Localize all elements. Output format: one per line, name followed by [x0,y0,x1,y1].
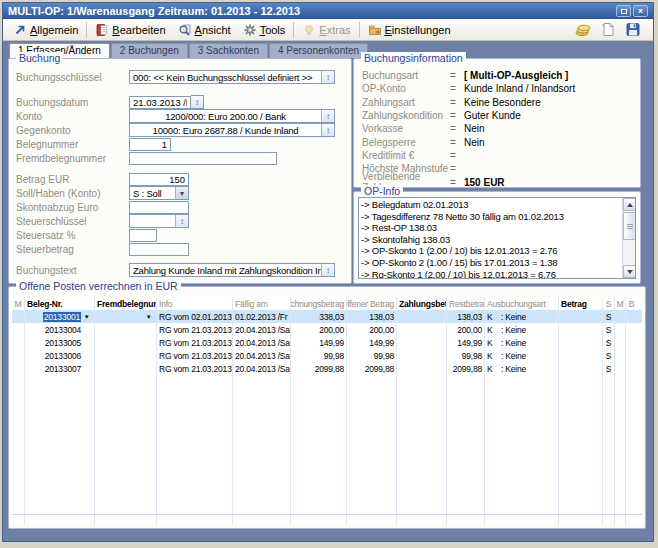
groupbox-title: Buchungsinformation [361,52,466,64]
groupbox-title: Offene Posten verrechnen in EUR [16,280,181,292]
zahlungsbetrag-cell[interactable] [397,349,447,362]
info-value: Keine Besondere [464,97,541,108]
column-header[interactable]: Betrag [559,297,603,310]
buchungstext-select[interactable]: Zahlung Kunde Inland mit Zahlungskonditi… [129,263,335,277]
updown-icon[interactable]: ↕ [321,110,334,122]
konto-select[interactable]: 1200/000: Euro 200.00 / Bank ↕ [129,109,335,123]
column-header[interactable]: Fremdbelegnummer [95,297,157,310]
menu-separator [86,22,87,38]
updown-icon[interactable]: ↕ [321,264,334,276]
menu-einstellungen[interactable]: Einstellungen [362,21,457,39]
table-row[interactable]: 20133001▼ ▼ RG vom 02.01.2013 01.02.2013… [12,310,642,323]
tab-personenkonten[interactable]: 4 Personenkonten [269,43,368,58]
column-header[interactable]: M [12,297,25,310]
op-info-textbox[interactable]: -> Belegdatum 02.01.2013 -> Tagesdiffere… [358,197,636,279]
column-header[interactable]: Fällig am [233,297,291,310]
table-row[interactable]: 20133005 RG vom 21.03.2013 20.04.2013 /S… [12,336,642,349]
menu-ansicht[interactable]: Ansicht [172,21,237,39]
groupbox-title: OP-Info [361,185,403,197]
column-header[interactable]: Offener Betrag [347,297,397,310]
op-info-line: -> Skontofähig 138.03 [361,234,619,246]
column-header[interactable]: Restbetrag [447,297,485,310]
zahlungsbetrag-cell[interactable] [397,323,447,336]
info-label: Zahlungsart [362,97,450,108]
menu-label: Allgemein [30,24,78,36]
table-row[interactable]: 20133004 RG vom 21.03.2013 20.04.2013 /S… [12,323,642,336]
scroll-up-button[interactable] [623,198,636,211]
restbetrag-cell: 149,99 [447,336,485,349]
ausbuchung-code: K [487,364,501,374]
updown-icon[interactable]: ↕ [321,124,334,136]
post-booking-icon[interactable] [575,22,591,37]
column-header[interactable]: Info [157,297,233,310]
info-label: Belegsperre [362,137,450,148]
restbetrag-cell: 2099,88 [447,362,485,375]
offener-betrag-cell: 149,99 [347,336,397,349]
field-label: Steuerbetrag [16,244,129,255]
close-window-button[interactable]: x [633,5,648,17]
menu-allgemein[interactable]: Allgemein [7,21,84,39]
betrag-eur-input[interactable] [129,173,189,186]
ausbuchung-cell: : Keine [501,364,556,374]
ausbuchung-cell: : Keine [501,351,556,361]
soll-haben-select[interactable]: S : Soll ▼ [129,186,189,200]
zahlungsbetrag-cell[interactable] [397,310,447,323]
menu-separator [359,22,360,38]
menu-label: Bearbeiten [112,24,165,36]
menu-tools[interactable]: Tools [237,21,292,39]
menu-extras[interactable]: Extras [296,21,356,39]
column-header[interactable]: S [603,297,615,310]
faellig-cell: 01.02.2013 /Fr [233,310,291,323]
table-row[interactable]: 20133007 RG vom 21.03.2013 20.04.2013 /S… [12,362,642,375]
menu-bearbeiten[interactable]: Bearbeiten [89,21,171,39]
field-label: Skontoabzug Euro [16,202,129,213]
save-icon[interactable] [625,22,641,37]
gegenkonto-select[interactable]: 10000: Euro 2687.88 / Kunde Inland ↕ [129,123,335,137]
betrag-cell[interactable] [559,323,603,336]
restore-window-button[interactable] [616,5,631,17]
column-header[interactable]: Beleg-Nr. [25,297,95,310]
steuersatz-input[interactable] [129,229,157,242]
chevron-down-icon[interactable]: ▼ [143,314,154,320]
buchungsdatum-input[interactable] [129,96,191,109]
tab-sachkonten[interactable]: 3 Sachkonten [189,43,268,58]
column-header[interactable]: Ausbuchungsart [485,297,559,310]
scrollbar-thumb[interactable] [623,212,636,240]
chevron-down-icon[interactable]: ▼ [175,187,188,199]
chevron-down-icon[interactable]: ▼ [81,314,92,320]
belegnummer-input[interactable] [129,138,171,151]
table-footer-row [12,514,642,525]
rechnungsbetrag-cell: 200,00 [291,323,347,336]
zahlungsbetrag-cell[interactable] [397,336,447,349]
field-label: Buchungsschlüssel [16,72,129,83]
table-row[interactable]: 20133006 RG vom 21.03.2013 20.04.2013 /S… [12,349,642,362]
edit-book-icon [95,23,109,37]
column-header[interactable]: Rechnungsbetrag [291,297,347,310]
betrag-cell[interactable] [559,362,603,375]
updown-icon[interactable]: ↕ [175,215,188,227]
betrag-cell[interactable] [559,349,603,362]
steuerbetrag-input[interactable] [129,243,189,256]
scrollbar[interactable] [622,198,635,278]
updown-icon[interactable]: ↕ [191,95,204,109]
info-cell: RG vom 21.03.2013 [157,349,233,362]
buchungsschluessel-select[interactable]: 000: << Kein Buchungsschlüssel definiert… [129,70,335,84]
window-title: MULTI-OP: 1/Warenausgang Zeitraum: 01.20… [8,5,300,17]
toolbar-icons [575,22,641,37]
new-document-icon[interactable] [600,22,616,37]
column-header[interactable]: B [626,297,637,310]
equals-icon: = [450,123,464,134]
fremdbelegnummer-input[interactable] [129,152,277,165]
betrag-cell[interactable] [559,336,603,349]
betrag-cell[interactable] [559,310,603,323]
zahlungsbetrag-cell[interactable] [397,362,447,375]
close-icon: x [638,6,642,16]
updown-icon[interactable]: ↕ [321,71,334,83]
equals-icon: = [450,110,464,121]
skontoabzug-input[interactable] [129,201,189,214]
column-header[interactable]: M [615,297,626,310]
tab-buchungen[interactable]: 2 Buchungen [111,43,188,58]
column-header[interactable]: Zahlungsbetrag [397,297,447,310]
scroll-down-button[interactable] [623,265,636,278]
steuerschluessel-select[interactable]: ↕ [129,214,189,228]
